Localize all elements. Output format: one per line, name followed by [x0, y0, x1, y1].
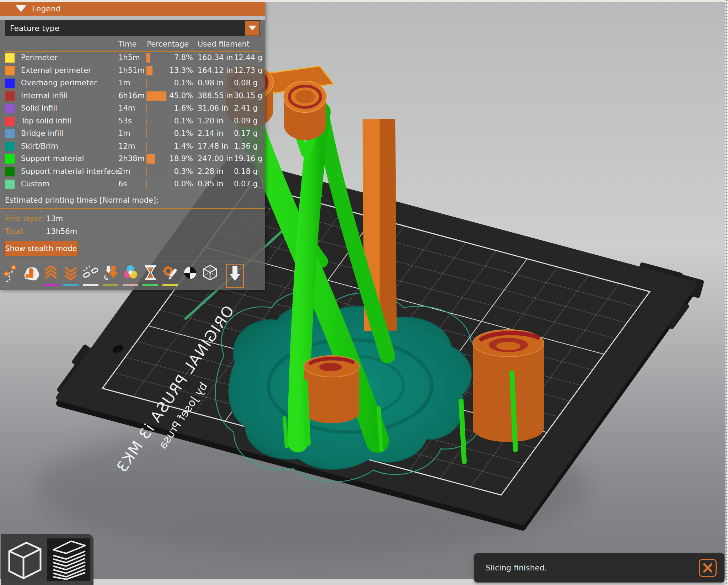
- seams-icon[interactable]: [82, 265, 99, 287]
- feature-percentage: 0.3%: [158, 167, 193, 176]
- feature-filament-length: 31.06 in: [198, 104, 228, 112]
- feature-row[interactable]: Solid infill14m1.6%31.06 in2.41 g: [0, 102, 265, 115]
- feature-label: Overhang perimeter: [21, 79, 97, 87]
- feature-filament-weight: 12.44 g: [234, 53, 262, 62]
- deretractions-icon[interactable]: [63, 265, 79, 287]
- feature-filament-weight: 2.41 g: [234, 104, 258, 112]
- view-mode-toggle: [1, 534, 93, 585]
- table-header-row: Time Percentage Used filament: [0, 37, 265, 51]
- 3d-editor-view-button[interactable]: [4, 538, 46, 581]
- feature-time: 14m: [118, 104, 135, 112]
- feature-label: Bridge infill: [21, 129, 63, 138]
- legend-header[interactable]: Legend: [0, 2, 265, 16]
- feature-label: Perimeter: [21, 53, 57, 62]
- percentage-bar: [146, 180, 147, 189]
- feature-percentage: 45.0%: [158, 91, 193, 100]
- percentage-bar: [146, 66, 152, 75]
- feature-filament-weight: 0.07 g: [234, 180, 258, 188]
- layer-scrollbar[interactable]: [726, 0, 728, 585]
- view-type-value: Feature type: [10, 24, 59, 33]
- first-layer-value: 13m: [46, 214, 63, 223]
- feature-label: Internal infill: [21, 91, 68, 100]
- shells-icon[interactable]: [202, 265, 218, 287]
- show-stealth-mode-button[interactable]: Show stealth mode: [4, 241, 78, 256]
- percentage-bar: [146, 154, 155, 164]
- legend-panel: Legend Feature type Time Percentage Used…: [0, 2, 265, 290]
- feature-time: 1h51m: [118, 66, 145, 75]
- percentage-bar: [146, 104, 147, 113]
- percentage-bar: [146, 167, 147, 176]
- estimated-rule: [0, 208, 265, 209]
- feature-percentage: 0.1%: [158, 79, 193, 87]
- custom-gcodes-icon[interactable]: [162, 265, 178, 287]
- retractions-icon[interactable]: [43, 265, 59, 287]
- color-changes-icon[interactable]: [122, 265, 139, 287]
- feature-color-swatch: [5, 142, 15, 151]
- feature-time: 1h5m: [118, 53, 140, 62]
- feature-row[interactable]: Skirt/Brim12m1.4%17.48 in1.36 g: [0, 140, 265, 153]
- feature-filament-length: 17.48 in: [198, 142, 228, 150]
- wipe-icon[interactable]: [23, 265, 39, 287]
- feature-filament-length: 0.85 in: [198, 180, 224, 188]
- feature-filament-weight: 1.36 g: [234, 142, 258, 150]
- feature-label: External perimeter: [21, 66, 91, 75]
- close-icon[interactable]: [699, 559, 717, 577]
- dropdown-button[interactable]: [245, 21, 259, 36]
- feature-filament-length: 0.98 in: [198, 79, 224, 87]
- feature-percentage: 18.9%: [158, 154, 193, 163]
- tool-changes-icon[interactable]: [102, 265, 119, 287]
- percentage-bar: [146, 79, 147, 88]
- percentage-bar: [146, 142, 147, 151]
- feature-time: 1m: [118, 79, 130, 87]
- feature-filament-weight: 0.17 g: [234, 129, 258, 138]
- collapse-triangle-icon: [16, 5, 26, 12]
- feature-color-swatch: [5, 104, 15, 113]
- feature-time: 12m: [118, 142, 135, 150]
- feature-color-swatch: [5, 66, 15, 75]
- feature-filament-length: 2.14 in: [198, 129, 224, 138]
- chevron-down-icon: [248, 26, 256, 31]
- feature-color-swatch: [5, 91, 15, 101]
- feature-label: Top solid infill: [21, 117, 71, 125]
- feature-row[interactable]: Perimeter1h5m7.8%160.34 in12.44 g: [0, 52, 265, 65]
- feature-filament-length: 247.00 in: [198, 154, 233, 163]
- feature-percentage: 7.8%: [158, 53, 193, 62]
- total-value: 13h56m: [46, 227, 77, 236]
- feature-filament-length: 160.34 in: [198, 53, 233, 62]
- feature-filament-length: 1.20 in: [198, 117, 224, 125]
- feature-row[interactable]: Custom6s0.0%0.85 in0.07 g: [0, 178, 265, 191]
- feature-color-swatch: [5, 129, 15, 138]
- feature-label: Custom: [21, 180, 49, 188]
- feature-row[interactable]: Support material interface2m0.3%2.28 in0…: [0, 166, 265, 179]
- feature-row[interactable]: Bridge infill1m0.1%2.14 in0.17 g: [0, 128, 265, 140]
- feature-filament-weight: 30.15 g: [234, 91, 262, 100]
- feature-row[interactable]: Support material2h38m18.9%247.00 in19.16…: [0, 153, 265, 166]
- feature-filament-length: 164.12 in: [198, 66, 233, 75]
- feature-row[interactable]: Internal infill6h16m45.0%388.55 in30.15 …: [0, 90, 265, 103]
- feature-row[interactable]: Overhang perimeter1m0.1%0.98 in0.08 g: [0, 77, 265, 90]
- layers-preview-button[interactable]: [47, 538, 90, 581]
- feature-color-swatch: [5, 79, 15, 88]
- pause-prints-icon[interactable]: [142, 265, 159, 287]
- notification-toast: Slicing finished.: [474, 553, 724, 583]
- feature-color-swatch: [5, 154, 15, 164]
- estimated-times-label: Estimated printing times [Normal mode]:: [0, 191, 265, 208]
- percentage-bar: [146, 129, 147, 138]
- percentage-bar: [146, 53, 150, 63]
- feature-time: 6h16m: [118, 91, 145, 100]
- feature-color-swatch: [5, 117, 15, 126]
- center-of-mass-icon[interactable]: [182, 265, 198, 287]
- tool-marker-icon[interactable]: [227, 265, 243, 287]
- feature-color-swatch: [5, 180, 15, 189]
- gcode-preview-window: ORIGINAL PRUSA i3 MK3 by Josef Prusa: [0, 0, 728, 585]
- cube-icon: [6, 539, 44, 580]
- travel-icon[interactable]: [3, 265, 19, 287]
- view-type-select[interactable]: Feature type: [5, 20, 260, 36]
- col-used-filament: Used filament: [198, 40, 250, 48]
- feature-row[interactable]: External perimeter1h51m13.3%164.12 in12.…: [0, 65, 265, 78]
- feature-filament-weight: 0.18 g: [234, 167, 258, 176]
- feature-row[interactable]: Top solid infill53s0.1%1.20 in0.09 g: [0, 115, 265, 128]
- feature-time: 1m: [118, 129, 130, 138]
- feature-percentage: 1.6%: [158, 104, 193, 112]
- percentage-bar: [146, 117, 147, 126]
